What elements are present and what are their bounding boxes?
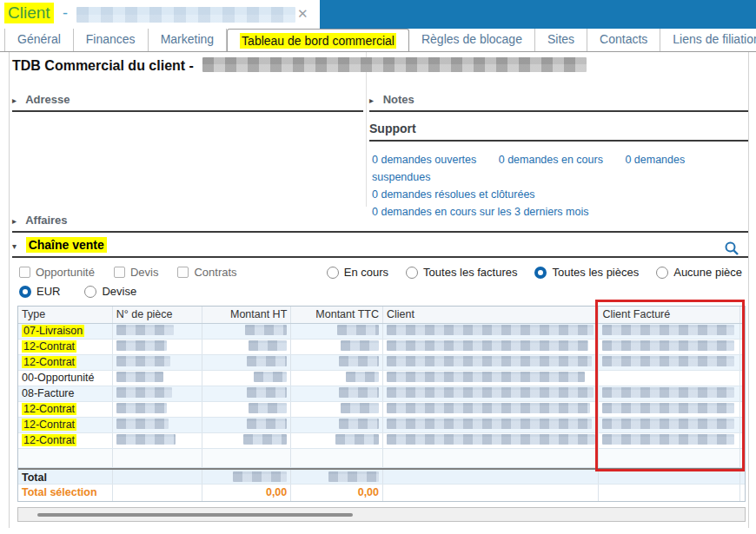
redacted-cell [339,387,379,398]
redacted-cell [602,340,734,351]
section-chaine-vente[interactable]: ▾ Chaîne vente [12,238,748,258]
redacted-cell [387,340,588,351]
redacted-cell [341,340,379,351]
link-demandes-ouvertes[interactable]: 0 demandes ouvertes [372,154,476,166]
page-title-text: TDB Commercial du client - [12,58,194,73]
tab-finances[interactable]: Finances [74,29,149,51]
tab-marketing[interactable]: Marketing [149,29,227,51]
support-links: 0 demandes ouvertes 0 demandes en cours … [372,151,746,221]
radio-label: Toutes les factures [423,266,517,279]
redacted-cell [346,372,379,382]
redacted-cell [243,434,287,445]
checkbox-icon [114,267,125,278]
tab-contacts[interactable]: Contacts [587,29,660,51]
tab-general[interactable]: Général [4,29,74,51]
tab-tableau-de-bord-commercial[interactable]: Tableau de bord commercial [227,29,409,52]
radio-devise[interactable]: Devise [84,285,136,298]
radio-eur[interactable]: EUR [19,285,60,298]
table-row[interactable]: 12-Contrat [18,418,745,433]
col-numero-piece[interactable]: N° de pièce [113,307,202,323]
radio-icon-checked [534,267,547,279]
client-name-redacted [76,7,295,23]
checkbox-label: Opportunité [36,266,95,279]
col-client[interactable]: Client [383,307,599,323]
col-montant-ht[interactable]: Montant HT [202,307,292,323]
redacted-cell [337,325,379,335]
radio-en-cours[interactable]: En cours [327,266,388,279]
table-row[interactable]: 12-Contrat [18,433,745,449]
tab-liens-de-filiation[interactable]: Liens de filiation [660,29,756,51]
redacted-cell [602,387,734,398]
table-row[interactable]: 00-Opportunité [18,371,745,386]
col-type[interactable]: Type [18,307,113,323]
total-label: Total [18,470,113,484]
radio-toutes-les-pieces[interactable]: Toutes les pièces [534,266,639,279]
section-adresse[interactable]: ▸ Adresse [12,93,363,112]
table-row-empty[interactable] [18,449,745,468]
type-cell: 08-Facture [22,387,74,399]
redacted-cell [247,387,287,398]
radio-group-pieces: En cours Toutes les factures Toutes les … [327,266,742,279]
redacted-cell [116,387,172,398]
table-header-row: Type N° de pièce Montant HT Montant TTC … [18,307,745,324]
redacted-cell [387,419,592,429]
section-affaires[interactable]: ▸ Affaires [12,214,748,233]
radio-toutes-les-factures[interactable]: Toutes les factures [406,266,517,279]
checkbox-devis[interactable]: Devis [114,266,159,279]
redacted-cell [387,387,594,398]
search-icon[interactable] [724,241,739,256]
redacted-cell [116,356,170,366]
col-filler [740,307,745,323]
type-cell: 07-Livraison [22,325,84,337]
close-icon[interactable]: ✕ [297,6,308,22]
table-row[interactable]: 07-Livraison [18,324,745,340]
link-demandes-resolues[interactable]: 0 demandes résolues et clôturées [372,188,535,201]
redacted-cell [247,419,287,429]
page-title: TDB Commercial du client - [12,57,587,74]
table-row[interactable]: 12-Contrat [18,340,745,355]
chaine-vente-table: Type N° de pièce Montant HT Montant TTC … [17,306,746,502]
redacted-cell [602,434,734,445]
section-label: Affaires [25,214,67,227]
section-notes[interactable]: ▸ Notes [369,93,748,112]
horizontal-scrollbar[interactable] [17,507,746,522]
col-client-facture[interactable]: Client Facturé [599,307,740,323]
tab-sites[interactable]: Sites [535,29,587,51]
redacted-cell [339,419,379,429]
radio-icon-checked [19,286,31,298]
checkbox-icon [19,267,30,278]
section-label: Notes [383,93,414,106]
redacted-cell [602,403,734,413]
filter-row-currency: EUR Devise [19,285,136,298]
radio-aucune-piece[interactable]: Aucune pièce [656,266,742,279]
redacted-total-ht [233,471,287,482]
checkbox-contrats[interactable]: Contrats [177,266,236,279]
table-total-selection-row: Total sélection 0,00 0,00 [18,485,745,501]
redacted-cell [339,356,379,366]
scrollbar-thumb[interactable] [37,513,353,517]
tab-regles-de-blocage[interactable]: Règles de blocage [409,29,535,51]
link-demandes-en-cours[interactable]: 0 demandes en cours [499,154,603,166]
section-support: Support [369,122,748,142]
type-cell: 12-Contrat [22,403,76,415]
checkbox-opportunite[interactable]: Opportunité [19,266,95,279]
redacted-cell [335,434,379,445]
checkbox-group: Opportunité Devis Contrats [19,266,237,279]
column-divider [366,52,367,207]
redacted-cell [116,403,167,413]
type-cell: 00-Opportunité [22,372,94,384]
redacted-cell [254,372,287,382]
type-cell: 12-Contrat [22,434,76,446]
table-row[interactable]: 12-Contrat [18,402,745,418]
total-selection-ttc: 0,00 [291,485,383,501]
radio-icon [656,267,668,279]
redacted-cell [602,356,734,366]
table-row[interactable]: 12-Contrat [18,355,745,371]
chevron-down-icon: ▾ [12,241,17,251]
redacted-total-ttc [328,471,379,482]
radio-icon [327,267,339,279]
titlebar-separator: - [63,4,68,23]
redacted-cell [387,356,592,366]
table-row[interactable]: 08-Facture [18,386,745,402]
col-montant-ttc[interactable]: Montant TTC [291,307,383,323]
